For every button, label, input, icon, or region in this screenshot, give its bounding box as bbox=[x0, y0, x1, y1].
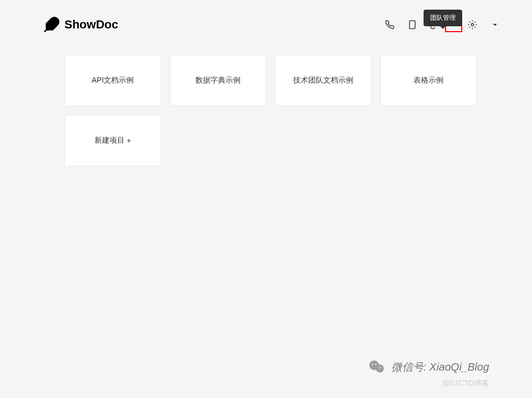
svg-point-9 bbox=[381, 367, 382, 368]
svg-point-6 bbox=[372, 364, 373, 365]
svg-point-5 bbox=[376, 365, 384, 373]
project-grid: API文档示例 数据字典示例 技术团队文档示例 表格示例 新建项目 + bbox=[0, 44, 532, 177]
watermark-cto: @51CTO博客 bbox=[442, 379, 489, 388]
watermark-wechat: 微信号: XiaoQi_Blog bbox=[368, 357, 489, 377]
chevron-down-icon[interactable] bbox=[490, 20, 500, 30]
card-label: API文档示例 bbox=[92, 76, 134, 85]
svg-point-8 bbox=[378, 367, 379, 368]
new-project-label: 新建项目 bbox=[94, 136, 125, 145]
watermark-wechat-text: 微信号: XiaoQi_Blog bbox=[391, 360, 489, 374]
card-label: 技术团队文档示例 bbox=[293, 76, 353, 85]
svg-point-7 bbox=[375, 364, 376, 365]
feather-logo-icon bbox=[43, 16, 60, 33]
tooltip-team-manage: 团队管理 bbox=[424, 10, 462, 26]
card-label: 数据字典示例 bbox=[195, 76, 241, 85]
gear-icon[interactable] bbox=[468, 20, 477, 30]
mobile-icon[interactable] bbox=[407, 20, 417, 30]
new-project-button[interactable]: 新建项目 + bbox=[64, 115, 161, 166]
project-card-dict[interactable]: 数据字典示例 bbox=[170, 55, 266, 106]
plus-icon: + bbox=[127, 136, 131, 145]
card-label: 表格示例 bbox=[413, 76, 443, 85]
svg-point-3 bbox=[471, 24, 474, 26]
svg-rect-1 bbox=[410, 21, 416, 29]
logo-area[interactable]: ShowDoc bbox=[43, 16, 118, 33]
project-card-table[interactable]: 表格示例 bbox=[380, 55, 477, 106]
project-card-team[interactable]: 技术团队文档示例 bbox=[275, 55, 371, 106]
wechat-icon bbox=[368, 357, 387, 377]
project-card-api[interactable]: API文档示例 bbox=[64, 55, 161, 106]
phone-icon[interactable] bbox=[385, 20, 395, 30]
logo-text: ShowDoc bbox=[64, 18, 118, 32]
